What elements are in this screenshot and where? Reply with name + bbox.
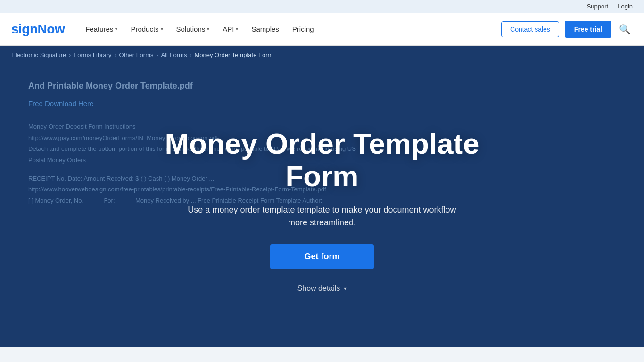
chevron-down-icon: ▾ — [344, 285, 347, 292]
hero-section: And Printable Money Order Template.pdf F… — [0, 64, 644, 347]
show-details-label: Show details — [297, 284, 340, 293]
breadcrumb-other-forms[interactable]: Other Forms — [119, 51, 154, 58]
breadcrumb-separator: › — [69, 52, 71, 58]
navbar: signNow Features ▾ Products ▾ Solutions … — [0, 13, 644, 46]
logo-text: signNow — [11, 22, 65, 36]
nav-samples[interactable]: Samples — [246, 21, 284, 37]
breadcrumb: Electronic Signature › Forms Library › O… — [0, 46, 644, 64]
nav-links: Features ▾ Products ▾ Solutions ▾ API ▾ … — [80, 21, 501, 37]
search-button[interactable]: 🔍 — [617, 22, 633, 37]
nav-products[interactable]: Products ▾ — [125, 21, 168, 37]
top-bar: Support Login — [0, 0, 644, 13]
nav-solutions[interactable]: Solutions ▾ — [171, 21, 215, 37]
chevron-down-icon: ▾ — [236, 26, 238, 32]
breadcrumb-forms-library[interactable]: Forms Library — [74, 51, 111, 58]
nav-api[interactable]: API ▾ — [217, 21, 244, 37]
logo[interactable]: signNow — [11, 22, 65, 37]
free-trial-button[interactable]: Free trial — [565, 21, 611, 38]
hero-title: Money Order Template Form — [157, 128, 487, 192]
hero-subtitle: Use a money order template template to m… — [185, 204, 459, 229]
show-details-button[interactable]: Show details ▾ — [297, 284, 347, 293]
login-link[interactable]: Login — [618, 3, 633, 10]
get-form-button[interactable]: Get form — [270, 244, 374, 269]
chevron-down-icon: ▾ — [161, 26, 163, 32]
chevron-down-icon: ▾ — [115, 26, 117, 32]
breadcrumb-electronic-signature[interactable]: Electronic Signature — [11, 51, 66, 58]
nav-features[interactable]: Features ▾ — [80, 21, 123, 37]
contact-sales-button[interactable]: Contact sales — [501, 21, 559, 37]
hero-overlay: Money Order Template Form Use a money or… — [0, 64, 644, 347]
chevron-down-icon: ▾ — [207, 26, 209, 32]
breadcrumb-separator: › — [157, 52, 158, 58]
breadcrumb-separator: › — [115, 52, 116, 58]
support-link[interactable]: Support — [587, 3, 609, 10]
breadcrumb-all-forms[interactable]: All Forms — [161, 51, 187, 58]
nav-pricing[interactable]: Pricing — [287, 21, 320, 37]
search-icon: 🔍 — [619, 24, 631, 34]
breadcrumb-current: Money Order Template Form — [194, 51, 272, 58]
breadcrumb-separator: › — [190, 52, 191, 58]
nav-actions: Contact sales Free trial 🔍 — [501, 21, 633, 38]
